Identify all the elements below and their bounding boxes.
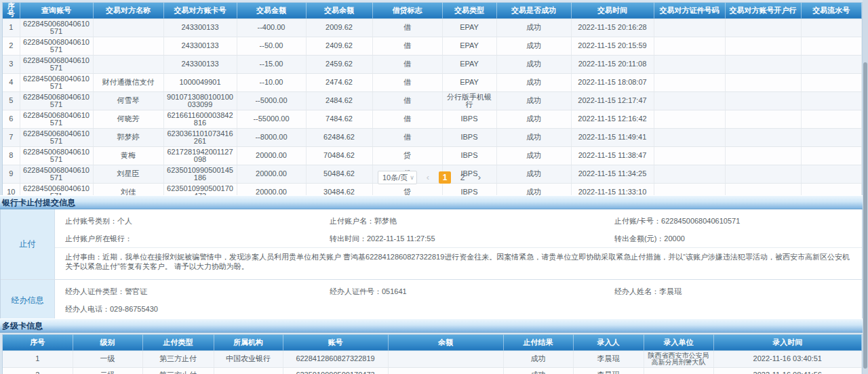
cell-seq: 7 <box>3 128 20 146</box>
col-mc-time: 录入时间 <box>713 335 862 350</box>
cell-mc-operator: 李晨琨 <box>573 367 644 374</box>
cell-seq: 1 <box>3 18 20 37</box>
cell-counterparty-name <box>93 18 163 37</box>
cell-counterparty-card: 6216611600003842816 <box>163 110 237 128</box>
col-type: 交易类型 <box>442 3 496 18</box>
cell-counterparty-id <box>654 37 725 55</box>
cell-counterparty-name <box>93 37 163 55</box>
col-success: 交易是否成功 <box>496 3 571 18</box>
cell-counterparty-name: 黄梅 <box>93 146 163 165</box>
field-card-number: 止付账/卡号：6228450068040610571 <box>614 216 862 226</box>
cell-mc-result: 成功 <box>503 367 573 374</box>
multi-card-rows: 1 一级 第三方止付 中国农业银行 6228412860827322819 成功… <box>3 350 862 374</box>
col-mc-operator: 录入人 <box>573 335 644 350</box>
cell-success: 成功 <box>496 37 571 55</box>
page-number-1[interactable]: 1 <box>439 171 451 184</box>
table-row: 1 一级 第三方止付 中国农业银行 6228412860827322819 成功… <box>3 350 862 367</box>
prev-page-button[interactable]: ‹ <box>422 171 433 184</box>
cell-counterparty-card: 243300133 <box>163 18 237 37</box>
col-counterparty-card: 交易对方账卡号 <box>163 3 237 18</box>
table-row: 3 6228450068040610571 243300133 --15.00 … <box>3 55 862 73</box>
cell-query-account: 6228450068040610571 <box>20 18 93 37</box>
next-page-button[interactable]: › <box>474 171 485 184</box>
cell-success: 成功 <box>496 128 571 146</box>
col-counterparty-bank: 交易对方账号开户行 <box>725 3 801 18</box>
cell-serial <box>801 91 862 110</box>
cell-counterparty-bank <box>725 37 801 55</box>
cell-amount: --50.00 <box>237 37 306 55</box>
cell-success: 成功 <box>496 18 571 37</box>
cell-debit-credit-flag: 借 <box>372 18 442 37</box>
prev-page-icon: ‹ <box>427 172 429 182</box>
page: 序号 查询账号 交易对方名称 交易对方账卡号 交易金额 交易余额 借贷标志 交易… <box>0 0 868 374</box>
cell-balance: 70484.62 <box>306 146 372 165</box>
cell-debit-credit-flag: 借 <box>372 37 442 55</box>
cell-counterparty-name: 郭梦婷 <box>93 128 163 146</box>
table-row: 6 6228450068040610571 何晓芳 62166116000038… <box>3 110 862 128</box>
cell-type: EPAY <box>442 73 496 91</box>
cell-counterparty-bank <box>725 55 801 73</box>
multi-card-header-row: 序号 级别 止付类型 所属机构 账号 余额 止付结果 录入人 录入单位 录入时间 <box>3 335 862 350</box>
cell-counterparty-card: 1000049901 <box>163 73 237 91</box>
col-seq: 序号 <box>3 3 20 18</box>
col-balance: 交易余额 <box>306 3 372 18</box>
cell-query-account: 6228450068040610571 <box>20 37 93 55</box>
cell-query-account: 6228450068040610571 <box>20 128 93 146</box>
cell-time: 2022-11-15 12:16:42 <box>571 110 654 128</box>
cell-counterparty-id <box>654 91 725 110</box>
cell-debit-credit-flag: 贷 <box>372 146 442 165</box>
cell-success: 成功 <box>496 110 571 128</box>
table-row: 8 6228450068040610571 黄梅 621728194200112… <box>3 146 862 165</box>
page-number-2[interactable]: 2 <box>456 171 469 184</box>
cell-amount: --55000.00 <box>237 110 306 128</box>
cell-balance: 2484.62 <box>306 91 372 110</box>
col-mc-result: 止付结果 <box>503 335 573 350</box>
cell-counterparty-id <box>654 55 725 73</box>
cell-mc-stop-type: 第三方止付 <box>142 367 214 374</box>
cell-balance: 7484.62 <box>306 110 372 128</box>
field-transfer-amount: 转出金额(元)：20000 <box>614 234 862 243</box>
field-transfer-time: 转出时间：2022-11-15 11:27:55 <box>330 234 614 243</box>
cell-serial <box>801 128 862 146</box>
page-size-select[interactable]: 10条/页 ∨ <box>378 171 417 184</box>
multi-card-table: 序号 级别 止付类型 所属机构 账号 余额 止付结果 录入人 录入单位 录入时间… <box>2 334 863 374</box>
cell-counterparty-card: 243300133 <box>163 37 237 55</box>
cell-mc-account: 6235010990500170473 <box>283 367 388 374</box>
cell-query-account: 6228450068040610571 <box>20 73 93 91</box>
scrollbar-thumb[interactable] <box>863 62 867 369</box>
cell-mc-unit <box>644 367 713 374</box>
table-row: 2 二级 第三方止付 6235010990500170473 成功 李晨琨 20… <box>3 367 862 374</box>
table-row: 1 6228450068040610571 243300133 --400.00… <box>3 18 862 37</box>
cell-mc-stop-type: 第三方止付 <box>142 350 214 367</box>
cell-time: 2022-11-15 20:16:28 <box>571 18 654 37</box>
cell-balance: 62484.62 <box>306 128 372 146</box>
cell-query-account: 6228450068040610571 <box>20 146 93 165</box>
cell-type: IBPS <box>442 146 496 165</box>
field-account-bank: 止付账户所在银行： <box>65 234 330 243</box>
cell-amount: --5000.00 <box>237 91 306 110</box>
cell-mc-balance <box>388 367 503 374</box>
cell-serial <box>801 18 862 37</box>
cell-success: 成功 <box>496 73 571 91</box>
page-size-value: 10条/页 <box>382 173 408 183</box>
cell-time: 2022-11-15 11:49:41 <box>571 128 654 146</box>
cell-mc-level: 一级 <box>73 350 142 367</box>
cell-balance: 2009.62 <box>306 18 372 37</box>
cell-mc-org: 中国农业银行 <box>214 350 283 367</box>
cell-time: 2022-11-15 18:08:07 <box>571 73 654 91</box>
cell-time: 2022-11-15 11:38:47 <box>571 146 654 165</box>
cell-seq: 4 <box>3 73 20 91</box>
field-agent-name: 经办人姓名：李晨琨 <box>614 287 862 296</box>
cell-success: 成功 <box>496 55 571 73</box>
cell-seq: 3 <box>3 55 20 73</box>
cell-query-account: 6228450068040610571 <box>20 110 93 128</box>
cell-counterparty-bank <box>725 73 801 91</box>
cell-seq: 6 <box>3 110 20 128</box>
cell-mc-operator: 李晨琨 <box>573 350 644 367</box>
field-agent-phone: 经办人电话：029-86755430 <box>65 304 330 314</box>
cell-serial <box>801 73 862 91</box>
cell-balance: 2459.62 <box>306 55 372 73</box>
cell-time: 2022-11-15 20:11:08 <box>571 55 654 73</box>
col-mc-level: 级别 <box>73 335 142 350</box>
cell-counterparty-id <box>654 73 725 91</box>
